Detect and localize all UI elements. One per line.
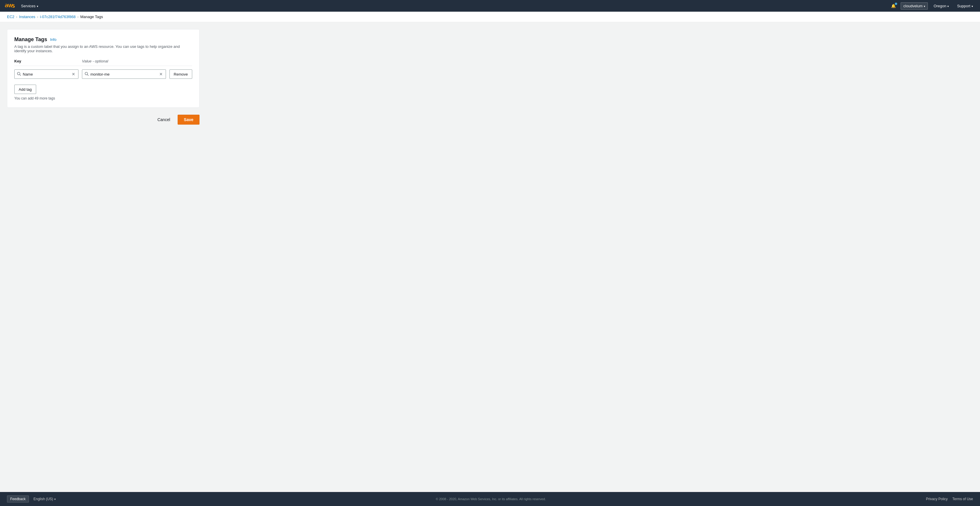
- language-button[interactable]: English (US): [33, 497, 56, 501]
- privacy-policy-link[interactable]: Privacy Policy: [926, 497, 948, 501]
- value-clear-button[interactable]: ✕: [159, 72, 163, 77]
- value-search-icon: [84, 72, 89, 77]
- card-header: Manage Tags Info: [14, 37, 192, 43]
- footer-links: Privacy Policy Terms of Use: [926, 497, 973, 501]
- region-label: Oregon: [934, 4, 946, 8]
- language-chevron-icon: [54, 497, 56, 501]
- breadcrumb-ec2[interactable]: EC2: [7, 14, 14, 19]
- col-value-header: Value - optional: [82, 59, 192, 63]
- services-button[interactable]: Services: [19, 3, 41, 10]
- remove-button[interactable]: Remove: [169, 69, 192, 79]
- manage-tags-card: Manage Tags Info A tag is a custom label…: [7, 29, 199, 108]
- tags-remaining: You can add 49 more tags: [14, 96, 192, 101]
- top-navigation: Services 🔔 cloudvelum Oregon Support: [0, 0, 980, 12]
- region-chevron-icon: [947, 4, 949, 8]
- account-chevron-icon: [924, 4, 925, 8]
- add-tag-button[interactable]: Add tag: [14, 85, 36, 94]
- notifications-button[interactable]: 🔔: [890, 3, 897, 10]
- col-key-header: Key: [14, 59, 78, 63]
- main-content: Manage Tags Info A tag is a custom label…: [0, 22, 980, 492]
- nav-right: 🔔 cloudvelum Oregon Support: [890, 2, 975, 10]
- support-button[interactable]: Support: [955, 3, 975, 10]
- action-buttons: Cancel Save: [7, 115, 199, 125]
- breadcrumb: EC2 › Instances › i-07c281f74d763f868 › …: [0, 12, 980, 22]
- support-chevron-icon: [972, 4, 973, 8]
- services-label: Services: [21, 4, 36, 8]
- key-input-container: ✕: [14, 69, 78, 79]
- breadcrumb-sep-1: ›: [16, 15, 17, 19]
- aws-logo: [5, 3, 15, 9]
- tags-table-header: Key Value - optional: [14, 59, 192, 66]
- info-link[interactable]: Info: [50, 37, 57, 42]
- card-description: A tag is a custom label that you assign …: [14, 44, 192, 53]
- language-label: English (US): [33, 497, 53, 501]
- breadcrumb-instance-id[interactable]: i-07c281f74d763f868: [40, 14, 76, 19]
- account-button[interactable]: cloudvelum: [900, 2, 928, 10]
- support-label: Support: [957, 4, 970, 8]
- footer: Feedback English (US) © 2008 - 2020, Ama…: [0, 492, 980, 506]
- account-label: cloudvelum: [903, 4, 923, 8]
- notification-badge: [895, 3, 897, 5]
- footer-copyright: © 2008 - 2020, Amazon Web Services, Inc.…: [436, 497, 546, 501]
- svg-line-1: [20, 74, 21, 76]
- svg-line-3: [88, 74, 89, 76]
- feedback-button[interactable]: Feedback: [7, 495, 29, 503]
- terms-of-use-link[interactable]: Terms of Use: [952, 497, 973, 501]
- cancel-button[interactable]: Cancel: [153, 116, 174, 124]
- key-search-icon: [17, 72, 21, 77]
- footer-left: Feedback English (US): [7, 495, 56, 503]
- breadcrumb-instances[interactable]: Instances: [19, 14, 35, 19]
- page-title: Manage Tags: [14, 37, 47, 43]
- services-chevron-icon: [37, 4, 38, 8]
- key-input-wrapper: ✕: [14, 69, 78, 79]
- save-button[interactable]: Save: [178, 115, 199, 125]
- value-input-container: ✕: [82, 69, 166, 79]
- value-input[interactable]: [91, 72, 159, 77]
- key-input[interactable]: [23, 72, 71, 77]
- nav-left: Services: [5, 3, 41, 10]
- breadcrumb-sep-3: ›: [77, 15, 78, 19]
- region-button[interactable]: Oregon: [931, 3, 951, 10]
- tag-row: ✕ ✕ Remove: [14, 69, 192, 79]
- breadcrumb-sep-2: ›: [37, 15, 38, 19]
- breadcrumb-current: Manage Tags: [80, 14, 103, 19]
- value-input-wrapper: ✕: [82, 69, 166, 79]
- key-clear-button[interactable]: ✕: [71, 72, 76, 77]
